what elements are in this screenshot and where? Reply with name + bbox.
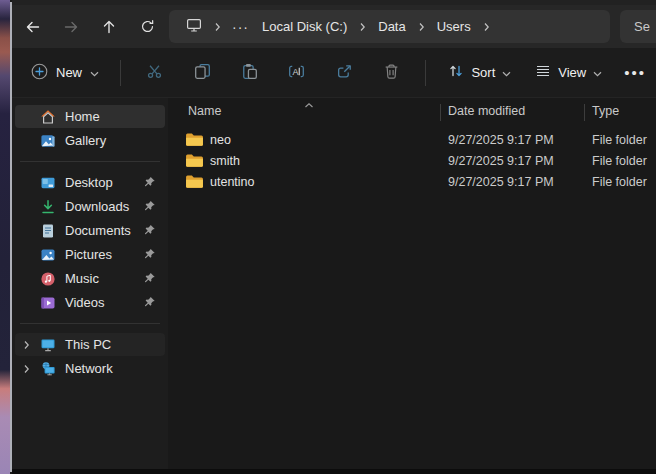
breadcrumb-chevron-icon[interactable] bbox=[413, 22, 430, 32]
breadcrumb-item-users[interactable]: Users bbox=[430, 15, 478, 38]
sidebar-item-downloads[interactable]: Downloads bbox=[15, 195, 165, 218]
chevron-down-icon bbox=[502, 65, 511, 80]
search-input[interactable]: Se bbox=[620, 10, 656, 43]
sidebar-item-label: Music bbox=[65, 271, 99, 286]
cut-button[interactable] bbox=[135, 56, 174, 90]
breadcrumb-chevron-icon[interactable] bbox=[209, 22, 226, 32]
column-header-date-modified[interactable]: Date modified bbox=[448, 104, 525, 118]
documents-icon bbox=[39, 222, 56, 239]
folder-icon bbox=[185, 132, 204, 147]
sidebar-item-label: This PC bbox=[65, 337, 111, 352]
folder-icon bbox=[185, 174, 204, 189]
navigation-bar: ··· Local Disk (C:) Data Users Se bbox=[12, 5, 656, 48]
pin-icon bbox=[143, 224, 156, 237]
sidebar-item-gallery[interactable]: Gallery bbox=[15, 129, 165, 152]
table-row[interactable]: smith 9/27/2025 9:17 PM File folder bbox=[168, 150, 656, 171]
file-type: File folder bbox=[592, 133, 647, 147]
column-separator[interactable] bbox=[584, 104, 585, 121]
chevron-down-icon bbox=[593, 65, 602, 80]
sidebar-item-pictures[interactable]: Pictures bbox=[15, 243, 165, 266]
file-name: neo bbox=[210, 133, 448, 147]
forward-arrow-icon bbox=[63, 19, 79, 35]
table-row[interactable]: utentino 9/27/2025 9:17 PM File folder bbox=[168, 171, 656, 192]
pin-icon bbox=[143, 272, 156, 285]
navigation-pane: Home Gallery Desktop Downl bbox=[12, 98, 168, 469]
trash-icon bbox=[383, 63, 400, 83]
breadcrumb-item-data[interactable]: Data bbox=[371, 15, 412, 38]
new-plus-icon bbox=[31, 63, 48, 83]
sidebar-item-this-pc[interactable]: This PC bbox=[15, 333, 165, 356]
sidebar-divider bbox=[20, 323, 160, 324]
breadcrumb-item-local-disk[interactable]: Local Disk (C:) bbox=[255, 15, 354, 38]
file-rows: neo 9/27/2025 9:17 PM File folder smith … bbox=[168, 125, 656, 192]
sidebar-item-documents[interactable]: Documents bbox=[15, 219, 165, 242]
rename-icon: A bbox=[288, 63, 305, 83]
new-button-label: New bbox=[56, 65, 82, 80]
sidebar-item-desktop[interactable]: Desktop bbox=[15, 171, 165, 194]
breadcrumb-chevron-icon[interactable] bbox=[478, 22, 495, 32]
breadcrumb-this-pc[interactable] bbox=[179, 13, 209, 40]
music-icon bbox=[39, 270, 56, 287]
file-date-modified: 9/27/2025 9:17 PM bbox=[448, 154, 592, 168]
explorer-window-body: ··· Local Disk (C:) Data Users Se New bbox=[12, 0, 656, 474]
pin-icon bbox=[143, 296, 156, 309]
sidebar-item-home[interactable]: Home bbox=[15, 105, 165, 128]
sort-ascending-caret-icon bbox=[304, 95, 314, 113]
up-arrow-icon bbox=[101, 19, 117, 35]
sort-button[interactable]: Sort bbox=[439, 56, 520, 90]
up-button[interactable] bbox=[91, 11, 127, 43]
view-button[interactable]: View bbox=[526, 56, 611, 90]
pin-icon bbox=[143, 176, 156, 189]
expand-chevron-icon[interactable] bbox=[18, 340, 34, 350]
expand-chevron-icon[interactable] bbox=[18, 364, 34, 374]
downloads-icon bbox=[39, 198, 56, 215]
sidebar-item-network[interactable]: Network bbox=[15, 357, 165, 380]
search-text: Se bbox=[634, 19, 650, 34]
home-icon bbox=[39, 108, 56, 125]
file-type: File folder bbox=[592, 154, 647, 168]
copy-button[interactable] bbox=[182, 56, 221, 90]
more-options-button[interactable]: ••• bbox=[614, 56, 656, 90]
sort-button-label: Sort bbox=[471, 65, 495, 80]
sidebar-item-videos[interactable]: Videos bbox=[15, 291, 165, 314]
videos-icon bbox=[39, 294, 56, 311]
column-header-type[interactable]: Type bbox=[592, 104, 619, 118]
back-arrow-icon bbox=[25, 19, 41, 35]
view-list-icon bbox=[535, 63, 551, 82]
window-bottom-edge bbox=[12, 469, 656, 474]
column-header-name[interactable]: Name bbox=[188, 104, 221, 118]
sidebar-item-label: Home bbox=[65, 109, 100, 124]
toolbar-divider bbox=[425, 60, 426, 86]
pin-icon bbox=[143, 248, 156, 261]
sidebar-divider bbox=[20, 161, 160, 162]
new-button[interactable]: New bbox=[20, 56, 110, 90]
sidebar-item-music[interactable]: Music bbox=[15, 267, 165, 290]
breadcrumb-ellipsis[interactable]: ··· bbox=[226, 17, 255, 37]
table-row[interactable]: neo 9/27/2025 9:17 PM File folder bbox=[168, 129, 656, 150]
column-separator[interactable] bbox=[440, 104, 441, 121]
file-date-modified: 9/27/2025 9:17 PM bbox=[448, 133, 592, 147]
this-pc-monitor-icon bbox=[186, 17, 202, 36]
delete-button[interactable] bbox=[372, 56, 411, 90]
forward-button[interactable] bbox=[53, 11, 89, 43]
pictures-icon bbox=[39, 246, 56, 263]
view-button-label: View bbox=[558, 65, 586, 80]
sidebar-item-label: Documents bbox=[65, 223, 131, 238]
refresh-icon bbox=[140, 19, 155, 34]
network-icon bbox=[39, 360, 56, 377]
breadcrumb-chevron-icon[interactable] bbox=[354, 22, 371, 32]
content-area: Home Gallery Desktop Downl bbox=[12, 97, 656, 469]
scissors-icon bbox=[146, 63, 163, 83]
desktop-icon bbox=[39, 174, 56, 191]
sidebar-item-label: Pictures bbox=[65, 247, 112, 262]
back-button[interactable] bbox=[15, 11, 51, 43]
refresh-button[interactable] bbox=[129, 11, 165, 43]
paste-button[interactable] bbox=[230, 56, 269, 90]
rename-button[interactable]: A bbox=[277, 56, 316, 90]
share-icon bbox=[336, 63, 353, 83]
command-bar: New A S bbox=[12, 48, 656, 97]
breadcrumb: ··· Local Disk (C:) Data Users bbox=[169, 10, 610, 43]
share-button[interactable] bbox=[325, 56, 364, 90]
desktop-wallpaper-edge bbox=[0, 0, 10, 474]
sidebar-item-label: Videos bbox=[65, 295, 105, 310]
